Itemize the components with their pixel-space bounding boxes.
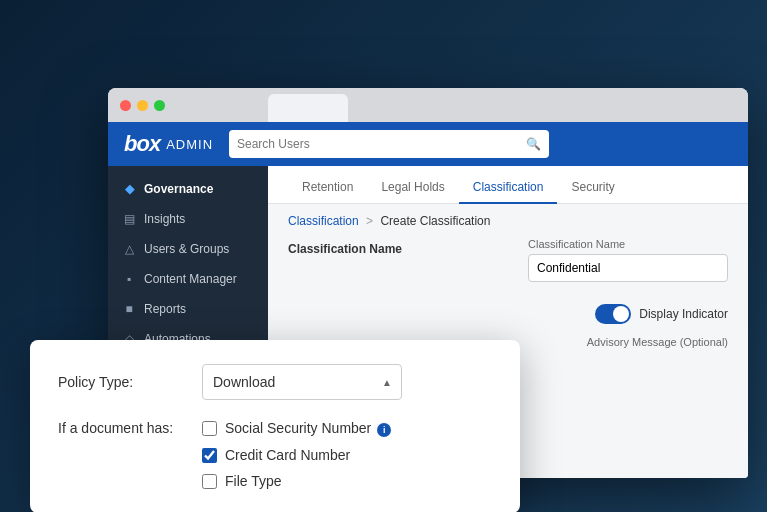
if-doc-label: If a document has: [58, 420, 178, 436]
ccn-checkbox[interactable] [202, 448, 217, 463]
checkbox-ccn: Credit Card Number [202, 447, 391, 463]
display-indicator-label: Display Indicator [639, 307, 728, 321]
tab-nav: Retention Legal Holds Classification Sec… [268, 166, 748, 204]
box-logo: box ADMIN [124, 131, 213, 157]
search-input[interactable] [237, 137, 520, 151]
breadcrumb-parent[interactable]: Classification [288, 214, 359, 228]
ccn-label: Credit Card Number [225, 447, 350, 463]
toggle-knob [613, 306, 629, 322]
traffic-light-yellow[interactable] [137, 100, 148, 111]
file-type-checkbox[interactable] [202, 474, 217, 489]
sidebar-label-users: Users & Groups [144, 242, 229, 256]
traffic-light-red[interactable] [120, 100, 131, 111]
sidebar-label-insights: Insights [144, 212, 185, 226]
ssn-info-icon[interactable]: i [377, 423, 391, 437]
breadcrumb-separator: > [366, 214, 373, 228]
sidebar-item-users-groups[interactable]: △ Users & Groups [108, 234, 268, 264]
classification-name-heading: Classification Name [288, 242, 402, 256]
sidebar-item-content-manager[interactable]: ▪ Content Manager [108, 264, 268, 294]
policy-type-row: Policy Type: Download Watermark Expiry ▲ [58, 364, 492, 400]
traffic-light-green[interactable] [154, 100, 165, 111]
sidebar-label-reports: Reports [144, 302, 186, 316]
sidebar-label-governance: Governance [144, 182, 213, 196]
people-icon: △ [122, 242, 136, 256]
logo-text: box [124, 131, 160, 157]
admin-label: ADMIN [166, 137, 213, 152]
policy-type-select[interactable]: Download Watermark Expiry [202, 364, 402, 400]
search-bar[interactable]: 🔍 [229, 130, 549, 158]
tab-legal-holds[interactable]: Legal Holds [367, 172, 458, 204]
sidebar-item-reports[interactable]: ■ Reports [108, 294, 268, 324]
ssn-label: Social Security Number i [225, 420, 391, 437]
policy-type-label: Policy Type: [58, 374, 178, 390]
policy-type-select-wrapper: Download Watermark Expiry ▲ [202, 364, 402, 400]
modal-card: Policy Type: Download Watermark Expiry ▲… [30, 340, 520, 512]
checkbox-ssn: Social Security Number i [202, 420, 391, 437]
app-header: box ADMIN 🔍 [108, 122, 748, 166]
report-icon: ■ [122, 302, 136, 316]
display-indicator-row: Display Indicator [595, 304, 728, 324]
sidebar-item-governance[interactable]: ◆ Governance [108, 174, 268, 204]
if-doc-row: If a document has: Social Security Numbe… [58, 420, 492, 489]
tab-retention[interactable]: Retention [288, 172, 367, 204]
sidebar-label-content: Content Manager [144, 272, 237, 286]
sidebar-item-insights[interactable]: ▤ Insights [108, 204, 268, 234]
checkbox-file-type: File Type [202, 473, 391, 489]
shield-icon: ◆ [122, 182, 136, 196]
tab-security[interactable]: Security [557, 172, 628, 204]
cn-input-label: Classification Name [528, 238, 728, 250]
breadcrumb-current: Create Classification [380, 214, 490, 228]
chart-icon: ▤ [122, 212, 136, 226]
tab-classification[interactable]: Classification [459, 172, 558, 204]
folder-icon: ▪ [122, 272, 136, 286]
classification-name-input[interactable] [528, 254, 728, 282]
ssn-checkbox[interactable] [202, 421, 217, 436]
browser-tab [268, 94, 348, 122]
file-type-label: File Type [225, 473, 282, 489]
breadcrumb: Classification > Create Classification [268, 204, 748, 238]
display-indicator-toggle[interactable] [595, 304, 631, 324]
browser-chrome [108, 88, 748, 122]
checkbox-group: Social Security Number i Credit Card Num… [202, 420, 391, 489]
search-icon: 🔍 [526, 137, 541, 151]
advisory-message-label: Advisory Message (Optional) [587, 336, 728, 348]
